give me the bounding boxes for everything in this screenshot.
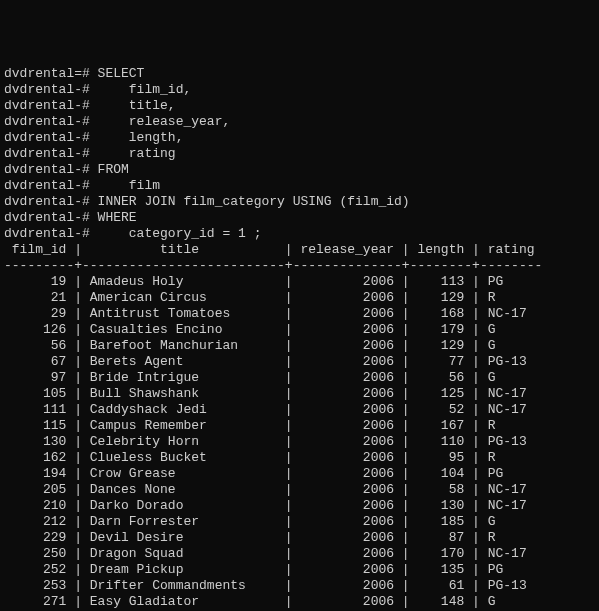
table-row: 271 | Easy Gladiator | 2006 | 148 | G — [4, 594, 595, 610]
table-header: film_id | title | release_year | length … — [4, 242, 595, 258]
sql-line: dvdrental-# length, — [4, 130, 595, 146]
table-row: 97 | Bride Intrigue | 2006 | 56 | G — [4, 370, 595, 386]
table-row: 29 | Antitrust Tomatoes | 2006 | 168 | N… — [4, 306, 595, 322]
table-row: 205 | Dances None | 2006 | 58 | NC-17 — [4, 482, 595, 498]
table-row: 130 | Celebrity Horn | 2006 | 110 | PG-1… — [4, 434, 595, 450]
table-row: 21 | American Circus | 2006 | 129 | R — [4, 290, 595, 306]
sql-line: dvdrental-# WHERE — [4, 210, 595, 226]
sql-line: dvdrental-# FROM — [4, 162, 595, 178]
table-row: 111 | Caddyshack Jedi | 2006 | 52 | NC-1… — [4, 402, 595, 418]
table-row: 212 | Darn Forrester | 2006 | 185 | G — [4, 514, 595, 530]
table-row: 229 | Devil Desire | 2006 | 87 | R — [4, 530, 595, 546]
sql-line: dvdrental-# title, — [4, 98, 595, 114]
table-row: 105 | Bull Shawshank | 2006 | 125 | NC-1… — [4, 386, 595, 402]
table-row: 250 | Dragon Squad | 2006 | 170 | NC-17 — [4, 546, 595, 562]
sql-line: dvdrental-# rating — [4, 146, 595, 162]
table-row: 210 | Darko Dorado | 2006 | 130 | NC-17 — [4, 498, 595, 514]
table-row: 67 | Berets Agent | 2006 | 77 | PG-13 — [4, 354, 595, 370]
table-row: 56 | Barefoot Manchurian | 2006 | 129 | … — [4, 338, 595, 354]
table-row: 194 | Crow Grease | 2006 | 104 | PG — [4, 466, 595, 482]
sql-line: dvdrental=# SELECT — [4, 66, 595, 82]
sql-line: dvdrental-# category_id = 1 ; — [4, 226, 595, 242]
table-row: 162 | Clueless Bucket | 2006 | 95 | R — [4, 450, 595, 466]
table-row: 126 | Casualties Encino | 2006 | 179 | G — [4, 322, 595, 338]
sql-line: dvdrental-# INNER JOIN film_category USI… — [4, 194, 595, 210]
sql-line: dvdrental-# film_id, — [4, 82, 595, 98]
table-separator: ---------+--------------------------+---… — [4, 258, 595, 274]
table-row: 19 | Amadeus Holy | 2006 | 113 | PG — [4, 274, 595, 290]
terminal-output[interactable]: dvdrental=# SELECTdvdrental-# film_id,dv… — [4, 66, 595, 611]
table-row: 252 | Dream Pickup | 2006 | 135 | PG — [4, 562, 595, 578]
sql-line: dvdrental-# film — [4, 178, 595, 194]
table-row: 115 | Campus Remember | 2006 | 167 | R — [4, 418, 595, 434]
table-row: 253 | Drifter Commandments | 2006 | 61 |… — [4, 578, 595, 594]
sql-line: dvdrental-# release_year, — [4, 114, 595, 130]
